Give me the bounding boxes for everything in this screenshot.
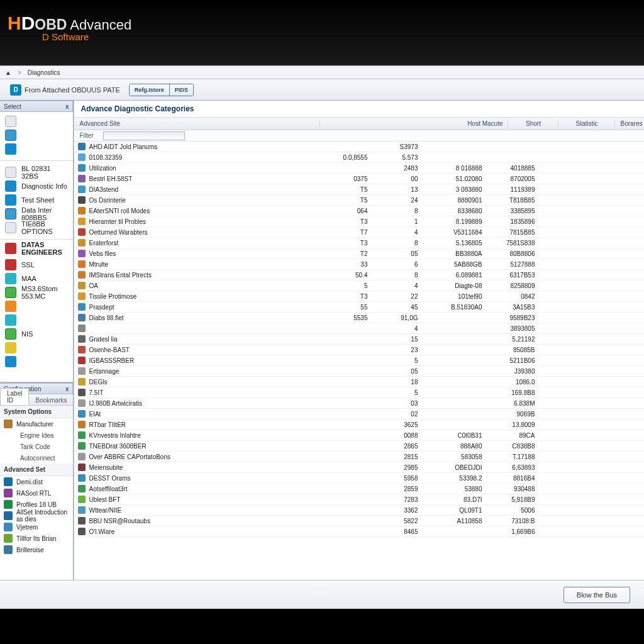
table-row[interactable]: Osenhe-BAST2385085B: [74, 345, 644, 355]
tab-bookmarks[interactable]: Bookmarks: [29, 396, 73, 405]
row-name: Bestrl EH.58ST: [89, 175, 132, 182]
sidebar-item[interactable]: [0, 128, 73, 142]
table-row[interactable]: KVnvestra Inlahtre0088C0I0B3189CA: [74, 430, 644, 441]
data-rows[interactable]: AHD AIDT Jold PlanumsS39730108.323590.0,…: [74, 142, 644, 580]
sidebar-item[interactable]: [0, 341, 73, 355]
table-row[interactable]: Prasdept5545B.51830A03A15B3: [74, 302, 644, 313]
table-row[interactable]: 43893805: [74, 323, 644, 334]
sidebar-item-label: Diagnostic Info: [21, 182, 67, 190]
toolbar-source[interactable]: D From Attached OBDUUS PATE: [6, 82, 124, 97]
table-row[interactable]: 7.5IT5169.8B8: [74, 387, 644, 398]
row-icon: [78, 239, 86, 247]
sidebar-item[interactable]: [0, 355, 73, 369]
table-row[interactable]: AHD AIDT Jold PlanumsS3973: [74, 142, 644, 152]
row-icon: [78, 496, 86, 503]
close-icon[interactable]: x: [65, 103, 69, 110]
breadcrumb-item[interactable]: Diagnostics: [28, 69, 60, 76]
row-icon: [78, 164, 86, 172]
config-item[interactable]: Tank Code: [0, 441, 73, 452]
table-row[interactable]: DIA3stendT5133 0838801119389: [74, 184, 644, 195]
table-row[interactable]: DESST Orams595853398.28816B4: [74, 473, 644, 484]
row-name: KVnvestra Inlahtre: [89, 432, 140, 439]
table-row[interactable]: Utilization24838 0168884018885: [74, 163, 644, 174]
pids-button[interactable]: PIDS: [170, 84, 193, 96]
config-icon: [4, 489, 13, 497]
config-item[interactable]: Tillfor Its Brian: [0, 533, 73, 544]
row-name: Hieramter til Probles: [89, 218, 146, 225]
engineers-header[interactable]: DATAS ENGINEERS: [0, 242, 73, 255]
table-row[interactable]: Hieramter til ProblesT318.1998891835896: [74, 216, 644, 227]
table-row[interactable]: BBU NSR@Routaubs5822A11085873108:B: [74, 516, 644, 526]
table-row[interactable]: DEGls181086.0: [74, 377, 644, 387]
row-stat: 583058: [426, 453, 489, 460]
row-icon: [78, 442, 86, 450]
category-icon: [5, 301, 16, 312]
sidebar-item[interactable]: BL 02831 32BS: [0, 165, 73, 179]
config-item[interactable]: Brilleroise: [0, 544, 73, 555]
logo-letter-d: D: [21, 13, 35, 33]
table-row[interactable]: EAterSNTI roll Modes064883386803385895: [74, 206, 644, 216]
sidebar-item[interactable]: [0, 313, 73, 327]
sidebar-item[interactable]: Diagnostic Info: [0, 179, 73, 193]
config-item[interactable]: Autoconnect: [0, 452, 73, 464]
tab-label-id[interactable]: Label ID: [0, 388, 29, 405]
table-row[interactable]: O'l.Wiare84651,669B6: [74, 526, 644, 537]
sidebar-item[interactable]: NIS: [0, 327, 73, 341]
table-row[interactable]: 0108.323590.0,85555.573: [74, 152, 644, 163]
table-row[interactable]: IMStrans Ental Ptrects50.486.0898816317B…: [74, 270, 644, 280]
refresh-button[interactable]: Refg.Istore: [130, 84, 170, 96]
table-row[interactable]: IGBASSSRBER55211B06: [74, 355, 644, 366]
sidebar-item[interactable]: SSL: [0, 258, 73, 272]
sidebar-item[interactable]: Data Inter 808BBS: [0, 207, 73, 221]
sidebar-item[interactable]: Test Sheet: [0, 193, 73, 207]
col-statistic[interactable]: Statistic: [558, 120, 615, 127]
row-icon: [78, 196, 86, 204]
sidebar-item[interactable]: [0, 114, 73, 128]
table-row[interactable]: Meiensubite2985OBEDJDI6,63893: [74, 462, 644, 473]
table-row[interactable]: Tissile ProtimoseT322101tel900842: [74, 291, 644, 302]
sidebar-item[interactable]: MS3.6Stom 553.MC: [0, 286, 73, 299]
table-row[interactable]: EraterforstT385.1368057581S838: [74, 238, 644, 248]
table-row[interactable]: Mtrulte3365AB88GB5127888: [74, 259, 644, 270]
table-row[interactable]: Gratesl lia155,21192: [74, 334, 644, 345]
table-row[interactable]: IJ.980B Artwiciratis036.838M: [74, 398, 644, 409]
row-short: 23: [376, 347, 426, 353]
config-item[interactable]: Vjetrem: [0, 521, 73, 533]
table-row[interactable]: TNEBDrat 3608BER2865888A80C838B8: [74, 441, 644, 452]
config-item[interactable]: Demi.dist: [0, 476, 73, 487]
table-row[interactable]: Ublest BFT728383.D7I5,918B9: [74, 494, 644, 505]
row-name: Gratesl lia: [89, 336, 117, 343]
row-name: 0108.32359: [89, 154, 122, 161]
table-row[interactable]: Aotseffiloat3rt285953880930488: [74, 484, 644, 494]
filter-input[interactable]: [103, 131, 185, 140]
sidebar-item[interactable]: MAA: [0, 272, 73, 286]
col-name[interactable]: Advanced Site: [74, 120, 319, 127]
col-host[interactable]: Host Macute: [319, 120, 508, 127]
table-row[interactable]: Diabs Il8.fiet553591,0G9589B23: [74, 313, 644, 323]
close-icon[interactable]: x: [65, 386, 69, 392]
table-row[interactable]: Oetturned WarabtersT74V53116847815B85: [74, 227, 644, 238]
config-item[interactable]: AllSet Introduction as dies: [0, 510, 73, 521]
table-row[interactable]: Vebs filesT205BB3880A80B8806: [74, 248, 644, 259]
action-button[interactable]: Blow the Bus: [564, 587, 630, 603]
table-row[interactable]: Ertisnnage05J39380: [74, 366, 644, 377]
table-row[interactable]: Over ABBRE CAPortatoBons2815583058T.1718…: [74, 452, 644, 462]
table-row[interactable]: OA54Diagte-088258809: [74, 280, 644, 291]
col-borares[interactable]: Borares: [615, 120, 644, 127]
config-item[interactable]: RASool RTL: [0, 487, 73, 499]
row-icon: [78, 292, 86, 300]
col-short[interactable]: Short: [508, 120, 558, 127]
sidebar-item[interactable]: [0, 299, 73, 313]
table-row[interactable]: Os DsrinterieT5248880901T818B85: [74, 195, 644, 206]
sidebar-item[interactable]: TIE8BB OPTIONS: [0, 221, 73, 235]
table-row[interactable]: Wttear/NIIE3362QL09T15006: [74, 505, 644, 516]
sidebar-item[interactable]: [0, 142, 73, 156]
config-item[interactable]: Engine Idea: [0, 430, 73, 441]
row-short: 7283: [376, 496, 426, 503]
table-row[interactable]: EIAt029069B: [74, 409, 644, 419]
table-row[interactable]: Bestrl EH.58ST03750051.020808702005: [74, 174, 644, 184]
row-borares: 5,21192: [489, 336, 540, 343]
row-borares: 5,918B9: [489, 496, 540, 503]
table-row[interactable]: RTbar TIItER362513,8009: [74, 419, 644, 430]
config-item[interactable]: Manufacturer: [0, 418, 73, 430]
